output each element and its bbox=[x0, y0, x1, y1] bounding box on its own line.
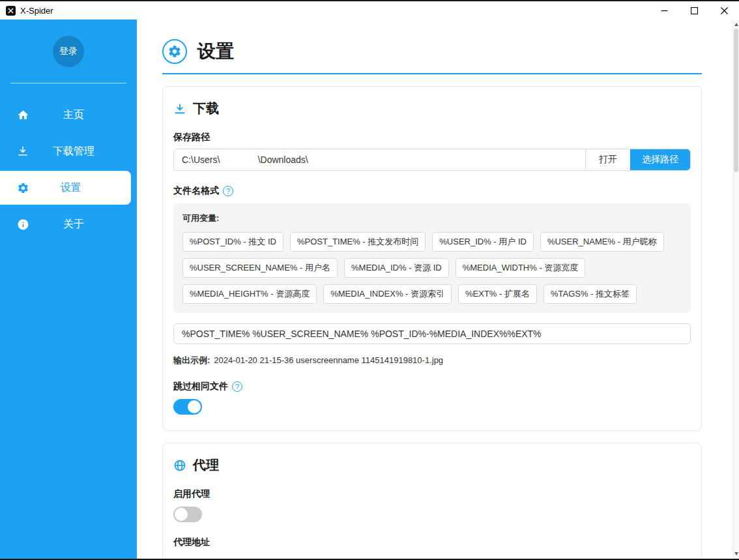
maximize-button[interactable] bbox=[679, 1, 709, 20]
enable-proxy-toggle[interactable] bbox=[173, 507, 202, 522]
minimize-button[interactable] bbox=[649, 1, 679, 20]
variable-chip[interactable]: %TAGS% - 推文标签 bbox=[543, 284, 637, 304]
settings-page: 设置 下载 保存路径 打开 选择路径 文件名格式 bbox=[137, 20, 739, 559]
window-controls bbox=[649, 1, 739, 20]
scrollbar-thumb[interactable] bbox=[734, 29, 738, 172]
variable-chip[interactable]: %MEDIA_WIDTH% - 资源宽度 bbox=[456, 258, 586, 278]
save-path-label: 保存路径 bbox=[173, 132, 691, 143]
open-folder-button[interactable]: 打开 bbox=[585, 149, 630, 170]
sidebar-item-home[interactable]: 主页 bbox=[0, 98, 137, 132]
toggle-knob bbox=[188, 400, 201, 413]
sidebar-item-downloads[interactable]: 下载管理 bbox=[0, 134, 137, 168]
filename-format-label: 文件名格式 bbox=[173, 185, 691, 197]
skip-same-file-label-text: 跳过相同文件 bbox=[173, 381, 228, 392]
scroll-down-icon[interactable] bbox=[734, 552, 738, 555]
filename-format-input[interactable] bbox=[173, 323, 691, 344]
sidebar-item-label: 设置 bbox=[30, 181, 131, 195]
close-icon bbox=[721, 7, 728, 14]
variable-chip[interactable]: %MEDIA_INDEX% - 资源索引 bbox=[323, 284, 452, 304]
titlebar: X-Spider bbox=[0, 1, 739, 20]
globe-icon bbox=[173, 459, 186, 472]
skip-same-file-toggle[interactable] bbox=[173, 399, 202, 415]
proxy-settings-card: 代理 启用代理 代理地址 bbox=[162, 443, 702, 559]
app-logo-icon bbox=[6, 6, 16, 16]
download-section-header: 下载 bbox=[173, 100, 691, 117]
toggle-knob bbox=[175, 508, 188, 521]
variable-chip[interactable]: %POST_ID% - 推文 ID bbox=[182, 232, 283, 252]
output-example: 输出示例: 2024-01-20 21-15-36 userscreenname… bbox=[173, 355, 691, 366]
variable-chip[interactable]: %USER_SCREEN_NAME% - 用户名 bbox=[182, 258, 338, 278]
page-title: 设置 bbox=[197, 39, 234, 64]
page-header: 设置 bbox=[162, 39, 702, 64]
variables-title: 可用变量: bbox=[182, 213, 682, 224]
download-settings-card: 下载 保存路径 打开 选择路径 文件名格式 可用变量: %POST_ID% - … bbox=[162, 86, 702, 431]
download-icon bbox=[173, 102, 186, 115]
sidebar-item-label: 主页 bbox=[30, 108, 137, 122]
variable-chip[interactable]: %EXT% - 扩展名 bbox=[458, 284, 537, 304]
gear-icon bbox=[162, 39, 187, 64]
enable-proxy-label: 启用代理 bbox=[173, 488, 691, 500]
scrollbar[interactable] bbox=[732, 20, 739, 559]
available-variables-box: 可用变量: %POST_ID% - 推文 ID %POST_TIME% - 推文… bbox=[173, 203, 691, 313]
save-path-group: 打开 选择路径 bbox=[173, 149, 691, 171]
variable-chip[interactable]: %USER_NAME% - 用户昵称 bbox=[540, 232, 664, 252]
variable-chip[interactable]: %MEDIA_ID% - 资源 ID bbox=[344, 258, 449, 278]
download-icon bbox=[16, 145, 30, 157]
variable-chips: %POST_ID% - 推文 ID %POST_TIME% - 推文发布时间 %… bbox=[182, 232, 682, 304]
save-path-input[interactable] bbox=[174, 149, 585, 170]
gear-icon bbox=[16, 182, 30, 194]
output-example-value: 2024-01-20 21-15-36 userscreenname 11451… bbox=[214, 355, 443, 365]
minimize-icon bbox=[661, 7, 668, 14]
sidebar-nav: 主页 下载管理 设置 bbox=[0, 98, 137, 244]
filename-format-label-text: 文件名格式 bbox=[173, 185, 219, 197]
window-title: X-Spider bbox=[20, 6, 53, 16]
maximize-icon bbox=[691, 7, 698, 14]
variable-chip[interactable]: %MEDIA_HEIGHT% - 资源高度 bbox=[182, 284, 317, 304]
variable-chip[interactable]: %USER_ID% - 用户 ID bbox=[432, 232, 534, 252]
sidebar-divider bbox=[10, 83, 126, 83]
close-button[interactable] bbox=[709, 1, 739, 20]
app-window: X-Spider 登录 主页 bbox=[0, 0, 739, 560]
output-example-label: 输出示例: bbox=[173, 355, 210, 366]
sidebar-item-about[interactable]: 关于 bbox=[0, 207, 137, 241]
sidebar-item-label: 关于 bbox=[30, 218, 137, 231]
help-icon[interactable] bbox=[223, 186, 233, 196]
scroll-up-icon[interactable] bbox=[734, 23, 738, 26]
download-section-title: 下载 bbox=[193, 100, 219, 117]
login-button[interactable]: 登录 bbox=[53, 36, 84, 67]
sidebar-item-label: 下载管理 bbox=[30, 145, 137, 158]
info-icon bbox=[16, 218, 30, 231]
proxy-section-title: 代理 bbox=[193, 456, 219, 474]
home-icon bbox=[16, 109, 30, 121]
help-icon[interactable] bbox=[232, 381, 242, 392]
sidebar: 登录 主页 下载管理 bbox=[0, 20, 137, 559]
proxy-address-label: 代理地址 bbox=[173, 537, 691, 548]
skip-same-file-label: 跳过相同文件 bbox=[173, 381, 691, 392]
proxy-section-header: 代理 bbox=[173, 456, 691, 474]
header-rule bbox=[162, 73, 702, 74]
variable-chip[interactable]: %POST_TIME% - 推文发布时间 bbox=[290, 232, 426, 252]
choose-path-button[interactable]: 选择路径 bbox=[630, 149, 690, 170]
sidebar-item-settings[interactable]: 设置 bbox=[0, 171, 131, 205]
